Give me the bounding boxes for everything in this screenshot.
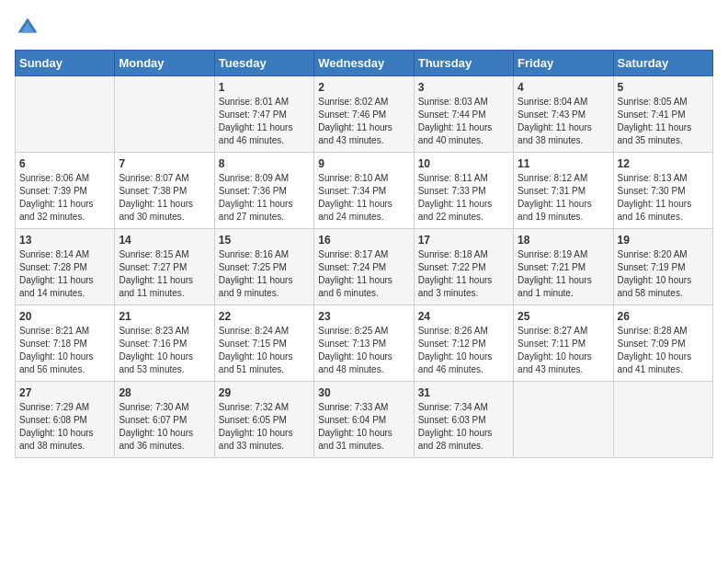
calendar-cell bbox=[613, 382, 712, 458]
calendar-cell: 12Sunrise: 8:13 AMSunset: 7:30 PMDayligh… bbox=[613, 153, 712, 229]
cell-info: Sunrise: 8:24 AMSunset: 7:15 PMDaylight:… bbox=[219, 325, 310, 376]
day-number: 8 bbox=[219, 157, 310, 170]
cell-info: Sunrise: 8:14 AMSunset: 7:28 PMDaylight:… bbox=[19, 248, 110, 300]
weekday-header-tuesday: Tuesday bbox=[214, 51, 313, 76]
day-number: 6 bbox=[19, 157, 110, 170]
calendar-header: SundayMondayTuesdayWednesdayThursdayFrid… bbox=[16, 51, 713, 76]
calendar-cell: 26Sunrise: 8:28 AMSunset: 7:09 PMDayligh… bbox=[613, 305, 712, 382]
weekday-header-friday: Friday bbox=[514, 51, 613, 76]
weekday-header-saturday: Saturday bbox=[613, 51, 712, 76]
logo-icon bbox=[15, 15, 40, 40]
logo bbox=[15, 15, 44, 40]
day-number: 17 bbox=[418, 234, 509, 247]
cell-info: Sunrise: 7:32 AMSunset: 6:05 PMDaylight:… bbox=[219, 401, 310, 453]
calendar-cell: 31Sunrise: 7:34 AMSunset: 6:03 PMDayligh… bbox=[414, 382, 513, 458]
day-number: 30 bbox=[318, 386, 409, 399]
day-number: 26 bbox=[618, 310, 709, 323]
cell-info: Sunrise: 8:23 AMSunset: 7:16 PMDaylight:… bbox=[119, 325, 210, 376]
calendar-cell: 4Sunrise: 8:04 AMSunset: 7:43 PMDaylight… bbox=[514, 76, 613, 153]
page-header bbox=[15, 15, 713, 40]
calendar-cell: 30Sunrise: 7:33 AMSunset: 6:04 PMDayligh… bbox=[314, 382, 414, 458]
cell-info: Sunrise: 8:20 AMSunset: 7:19 PMDaylight:… bbox=[618, 248, 709, 300]
day-number: 24 bbox=[418, 310, 509, 323]
day-number: 25 bbox=[518, 310, 609, 323]
calendar-week-4: 20Sunrise: 8:21 AMSunset: 7:18 PMDayligh… bbox=[16, 305, 713, 382]
cell-info: Sunrise: 8:26 AMSunset: 7:12 PMDaylight:… bbox=[418, 325, 509, 376]
day-number: 31 bbox=[418, 386, 509, 399]
cell-info: Sunrise: 8:17 AMSunset: 7:24 PMDaylight:… bbox=[318, 248, 409, 300]
day-number: 21 bbox=[119, 310, 210, 323]
calendar-cell: 6Sunrise: 8:06 AMSunset: 7:39 PMDaylight… bbox=[16, 153, 115, 229]
cell-info: Sunrise: 8:04 AMSunset: 7:43 PMDaylight:… bbox=[518, 96, 609, 147]
cell-info: Sunrise: 8:07 AMSunset: 7:38 PMDaylight:… bbox=[119, 172, 210, 224]
calendar-cell: 18Sunrise: 8:19 AMSunset: 7:21 PMDayligh… bbox=[514, 229, 613, 305]
day-number: 2 bbox=[318, 81, 409, 94]
day-number: 7 bbox=[119, 157, 210, 170]
calendar-week-2: 6Sunrise: 8:06 AMSunset: 7:39 PMDaylight… bbox=[16, 153, 713, 229]
calendar-cell: 20Sunrise: 8:21 AMSunset: 7:18 PMDayligh… bbox=[16, 305, 115, 382]
day-number: 1 bbox=[219, 81, 310, 94]
cell-info: Sunrise: 7:34 AMSunset: 6:03 PMDaylight:… bbox=[418, 401, 509, 453]
day-number: 23 bbox=[318, 310, 409, 323]
calendar-cell: 3Sunrise: 8:03 AMSunset: 7:44 PMDaylight… bbox=[414, 76, 513, 153]
calendar-cell: 1Sunrise: 8:01 AMSunset: 7:47 PMDaylight… bbox=[214, 76, 313, 153]
calendar-cell bbox=[115, 76, 214, 153]
cell-info: Sunrise: 8:25 AMSunset: 7:13 PMDaylight:… bbox=[318, 325, 409, 376]
cell-info: Sunrise: 8:03 AMSunset: 7:44 PMDaylight:… bbox=[418, 96, 509, 147]
calendar-cell: 28Sunrise: 7:30 AMSunset: 6:07 PMDayligh… bbox=[115, 382, 214, 458]
cell-info: Sunrise: 8:11 AMSunset: 7:33 PMDaylight:… bbox=[418, 172, 509, 224]
calendar-cell: 24Sunrise: 8:26 AMSunset: 7:12 PMDayligh… bbox=[414, 305, 513, 382]
calendar-cell: 29Sunrise: 7:32 AMSunset: 6:05 PMDayligh… bbox=[214, 382, 313, 458]
weekday-header-wednesday: Wednesday bbox=[314, 51, 414, 76]
cell-info: Sunrise: 8:13 AMSunset: 7:30 PMDaylight:… bbox=[618, 172, 709, 224]
weekday-header-monday: Monday bbox=[115, 51, 214, 76]
calendar-week-1: 1Sunrise: 8:01 AMSunset: 7:47 PMDaylight… bbox=[16, 76, 713, 153]
cell-info: Sunrise: 8:06 AMSunset: 7:39 PMDaylight:… bbox=[19, 172, 110, 224]
cell-info: Sunrise: 8:21 AMSunset: 7:18 PMDaylight:… bbox=[19, 325, 110, 376]
day-number: 12 bbox=[618, 157, 709, 170]
calendar-cell: 2Sunrise: 8:02 AMSunset: 7:46 PMDaylight… bbox=[314, 76, 414, 153]
calendar-cell: 25Sunrise: 8:27 AMSunset: 7:11 PMDayligh… bbox=[514, 305, 613, 382]
calendar-cell: 11Sunrise: 8:12 AMSunset: 7:31 PMDayligh… bbox=[514, 153, 613, 229]
day-number: 19 bbox=[618, 234, 709, 247]
day-number: 29 bbox=[219, 386, 310, 399]
day-number: 16 bbox=[318, 234, 409, 247]
calendar-week-3: 13Sunrise: 8:14 AMSunset: 7:28 PMDayligh… bbox=[16, 229, 713, 305]
calendar-cell bbox=[16, 76, 115, 153]
day-number: 27 bbox=[19, 386, 110, 399]
day-number: 11 bbox=[518, 157, 609, 170]
cell-info: Sunrise: 7:33 AMSunset: 6:04 PMDaylight:… bbox=[318, 401, 409, 453]
calendar-table: SundayMondayTuesdayWednesdayThursdayFrid… bbox=[15, 50, 713, 458]
cell-info: Sunrise: 7:30 AMSunset: 6:07 PMDaylight:… bbox=[119, 401, 210, 453]
day-number: 9 bbox=[318, 157, 409, 170]
calendar-cell: 9Sunrise: 8:10 AMSunset: 7:34 PMDaylight… bbox=[314, 153, 414, 229]
cell-info: Sunrise: 8:28 AMSunset: 7:09 PMDaylight:… bbox=[618, 325, 709, 376]
calendar-cell: 22Sunrise: 8:24 AMSunset: 7:15 PMDayligh… bbox=[214, 305, 313, 382]
cell-info: Sunrise: 8:18 AMSunset: 7:22 PMDaylight:… bbox=[418, 248, 509, 300]
cell-info: Sunrise: 8:19 AMSunset: 7:21 PMDaylight:… bbox=[518, 248, 609, 300]
day-number: 4 bbox=[518, 81, 609, 94]
calendar-week-5: 27Sunrise: 7:29 AMSunset: 6:08 PMDayligh… bbox=[16, 382, 713, 458]
cell-info: Sunrise: 8:27 AMSunset: 7:11 PMDaylight:… bbox=[518, 325, 609, 376]
calendar-cell: 7Sunrise: 8:07 AMSunset: 7:38 PMDaylight… bbox=[115, 153, 214, 229]
cell-info: Sunrise: 8:16 AMSunset: 7:25 PMDaylight:… bbox=[219, 248, 310, 300]
cell-info: Sunrise: 8:10 AMSunset: 7:34 PMDaylight:… bbox=[318, 172, 409, 224]
cell-info: Sunrise: 8:05 AMSunset: 7:41 PMDaylight:… bbox=[618, 96, 709, 147]
calendar-cell: 10Sunrise: 8:11 AMSunset: 7:33 PMDayligh… bbox=[414, 153, 513, 229]
calendar-cell: 13Sunrise: 8:14 AMSunset: 7:28 PMDayligh… bbox=[16, 229, 115, 305]
day-number: 18 bbox=[518, 234, 609, 247]
cell-info: Sunrise: 8:12 AMSunset: 7:31 PMDaylight:… bbox=[518, 172, 609, 224]
weekday-header-thursday: Thursday bbox=[414, 51, 513, 76]
day-number: 5 bbox=[618, 81, 709, 94]
cell-info: Sunrise: 8:02 AMSunset: 7:46 PMDaylight:… bbox=[318, 96, 409, 147]
calendar-cell: 23Sunrise: 8:25 AMSunset: 7:13 PMDayligh… bbox=[314, 305, 414, 382]
calendar-cell bbox=[514, 382, 613, 458]
calendar-body: 1Sunrise: 8:01 AMSunset: 7:47 PMDaylight… bbox=[16, 76, 713, 458]
day-number: 20 bbox=[19, 310, 110, 323]
calendar-cell: 19Sunrise: 8:20 AMSunset: 7:19 PMDayligh… bbox=[613, 229, 712, 305]
weekday-header-sunday: Sunday bbox=[16, 51, 115, 76]
day-number: 10 bbox=[418, 157, 509, 170]
day-number: 15 bbox=[219, 234, 310, 247]
cell-info: Sunrise: 7:29 AMSunset: 6:08 PMDaylight:… bbox=[19, 401, 110, 453]
calendar-cell: 27Sunrise: 7:29 AMSunset: 6:08 PMDayligh… bbox=[16, 382, 115, 458]
